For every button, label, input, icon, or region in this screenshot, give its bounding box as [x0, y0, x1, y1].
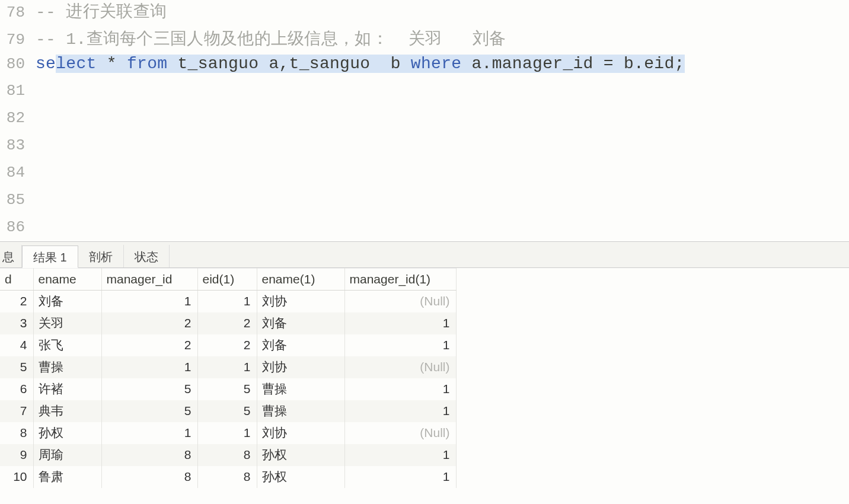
line-number: 85: [0, 191, 36, 209]
table-row[interactable]: 8孙权11刘协(Null): [0, 422, 456, 444]
cell[interactable]: 9: [0, 444, 33, 466]
code-content[interactable]: -- 进行关联查询: [36, 0, 167, 23]
cell[interactable]: 8: [197, 444, 257, 466]
line-number: 83: [0, 136, 36, 154]
cell[interactable]: 许褚: [33, 378, 101, 400]
result-table[interactable]: d ename manager_id eid(1) ename(1) manag…: [0, 268, 457, 488]
cell[interactable]: 1: [344, 400, 456, 422]
code-content[interactable]: select * from t_sanguo a,t_sanguo b wher…: [36, 55, 685, 73]
table-row[interactable]: 4张飞22刘备1: [0, 334, 456, 356]
cell[interactable]: 典韦: [33, 400, 101, 422]
cell[interactable]: 刘备: [33, 291, 101, 312]
cell[interactable]: 1: [344, 378, 456, 400]
cell[interactable]: 4: [0, 334, 33, 356]
cell[interactable]: 1: [344, 444, 456, 466]
col-header-ename[interactable]: ename: [33, 269, 101, 291]
tab-info-partial[interactable]: 息: [0, 245, 22, 267]
cell[interactable]: 张飞: [33, 334, 101, 356]
editor-line[interactable]: 78-- 进行关联查询: [0, 0, 849, 27]
cell[interactable]: 1: [344, 466, 456, 488]
col-header-manager-id1[interactable]: manager_id(1): [344, 269, 456, 291]
table-row[interactable]: 2刘备11刘协(Null): [0, 291, 456, 312]
cell[interactable]: 刘协: [257, 422, 344, 444]
cell[interactable]: 1: [197, 356, 257, 378]
result-tabs: 息 结果 1 剖析 状态: [0, 242, 849, 268]
table-row[interactable]: 5曹操11刘协(Null): [0, 356, 456, 378]
col-header-manager-id[interactable]: manager_id: [101, 269, 197, 291]
editor-line[interactable]: 82: [0, 109, 849, 136]
cell[interactable]: 5: [197, 378, 257, 400]
cell[interactable]: 刘备: [257, 312, 344, 334]
cell[interactable]: 5: [101, 400, 197, 422]
cell[interactable]: 周瑜: [33, 444, 101, 466]
tab-result-1[interactable]: 结果 1: [22, 245, 78, 268]
line-number: 81: [0, 82, 36, 100]
table-row[interactable]: 10鲁肃88孙权1: [0, 466, 456, 488]
cell[interactable]: 曹操: [33, 356, 101, 378]
cell[interactable]: 1: [197, 422, 257, 444]
cell[interactable]: 10: [0, 466, 33, 488]
result-panel: d ename manager_id eid(1) ename(1) manag…: [0, 268, 849, 504]
table-header-row: d ename manager_id eid(1) ename(1) manag…: [0, 269, 456, 291]
cell[interactable]: 1: [101, 422, 197, 444]
cell[interactable]: 2: [101, 312, 197, 334]
cell[interactable]: 2: [197, 334, 257, 356]
cell[interactable]: (Null): [344, 356, 456, 378]
editor-line[interactable]: 83: [0, 136, 849, 164]
editor-line[interactable]: 86: [0, 218, 849, 245]
cell[interactable]: 1: [101, 356, 197, 378]
cell[interactable]: 8: [101, 444, 197, 466]
table-row[interactable]: 3关羽22刘备1: [0, 312, 456, 334]
col-header-ename1[interactable]: ename(1): [257, 269, 344, 291]
editor-line[interactable]: 85: [0, 191, 849, 218]
cell[interactable]: 1: [197, 291, 257, 312]
tab-label: 结果 1: [33, 250, 67, 266]
editor-line[interactable]: 79-- 1.查询每个三国人物及他的上级信息，如： 关羽 刘备: [0, 27, 849, 55]
cell[interactable]: 刘协: [257, 356, 344, 378]
line-number: 84: [0, 164, 36, 181]
tab-label: 状态: [135, 249, 158, 265]
cell[interactable]: 7: [0, 400, 33, 422]
tab-label: 息: [2, 249, 14, 265]
tab-profile[interactable]: 剖析: [78, 245, 124, 267]
table-row[interactable]: 9周瑜88孙权1: [0, 444, 456, 466]
editor-line[interactable]: 81: [0, 82, 849, 109]
cell[interactable]: 鲁肃: [33, 466, 101, 488]
table-row[interactable]: 7典韦55曹操1: [0, 400, 456, 422]
col-header-eid1[interactable]: eid(1): [197, 269, 257, 291]
cell[interactable]: 1: [101, 291, 197, 312]
editor-line[interactable]: 84: [0, 164, 849, 191]
cell[interactable]: 8: [101, 466, 197, 488]
cell[interactable]: 2: [197, 312, 257, 334]
cell[interactable]: 孙权: [257, 466, 344, 488]
cell[interactable]: 孙权: [33, 422, 101, 444]
table-row[interactable]: 6许褚55曹操1: [0, 378, 456, 400]
cell[interactable]: 刘备: [257, 334, 344, 356]
cell[interactable]: 1: [344, 312, 456, 334]
cell[interactable]: 3: [0, 312, 33, 334]
code-content[interactable]: -- 1.查询每个三国人物及他的上级信息，如： 关羽 刘备: [36, 27, 506, 50]
sql-editor[interactable]: 78-- 进行关联查询79-- 1.查询每个三国人物及他的上级信息，如： 关羽 …: [0, 0, 849, 242]
cell[interactable]: 曹操: [257, 400, 344, 422]
cell[interactable]: 5: [0, 356, 33, 378]
line-number: 79: [0, 31, 36, 49]
cell[interactable]: 孙权: [257, 444, 344, 466]
cell[interactable]: (Null): [344, 291, 456, 312]
cell[interactable]: 5: [101, 378, 197, 400]
cell[interactable]: 曹操: [257, 378, 344, 400]
cell[interactable]: 2: [0, 291, 33, 312]
cell[interactable]: 刘协: [257, 291, 344, 312]
editor-line[interactable]: 80select * from t_sanguo a,t_sanguo b wh…: [0, 55, 849, 82]
cell[interactable]: 8: [0, 422, 33, 444]
cell[interactable]: (Null): [344, 422, 456, 444]
cell[interactable]: 关羽: [33, 312, 101, 334]
tab-label: 剖析: [89, 249, 113, 265]
cell[interactable]: 1: [344, 334, 456, 356]
cell[interactable]: 8: [197, 466, 257, 488]
cell[interactable]: 2: [101, 334, 197, 356]
line-number: 86: [0, 218, 36, 236]
col-header-d[interactable]: d: [0, 269, 33, 291]
tab-status[interactable]: 状态: [124, 245, 170, 267]
cell[interactable]: 6: [0, 378, 33, 400]
cell[interactable]: 5: [197, 400, 257, 422]
